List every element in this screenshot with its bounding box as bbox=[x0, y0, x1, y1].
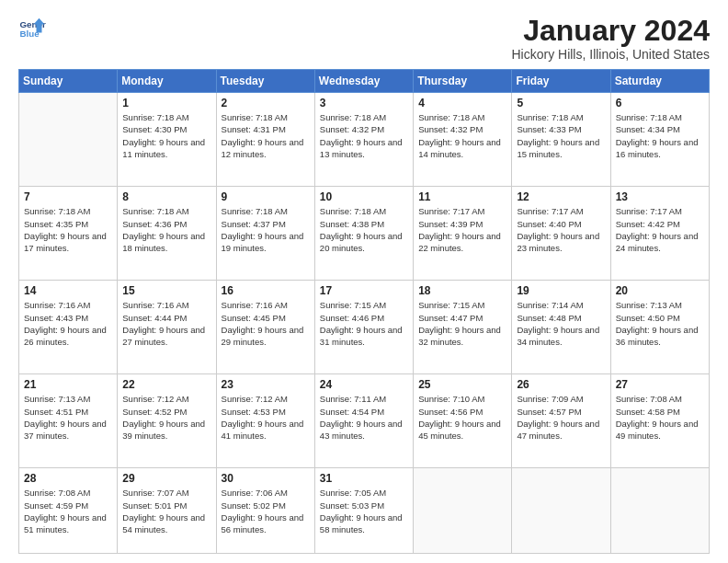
calendar-cell: 12Sunrise: 7:17 AM Sunset: 4:40 PM Dayli… bbox=[512, 187, 610, 281]
calendar-cell: 10Sunrise: 7:18 AM Sunset: 4:38 PM Dayli… bbox=[314, 187, 413, 281]
day-info: Sunrise: 7:18 AM Sunset: 4:35 PM Dayligh… bbox=[24, 205, 112, 254]
calendar-cell: 1Sunrise: 7:18 AM Sunset: 4:30 PM Daylig… bbox=[118, 93, 216, 187]
day-number: 13 bbox=[616, 190, 704, 203]
calendar-cell: 30Sunrise: 7:06 AM Sunset: 5:02 PM Dayli… bbox=[216, 468, 314, 554]
day-info: Sunrise: 7:16 AM Sunset: 4:43 PM Dayligh… bbox=[24, 299, 112, 348]
day-number: 2 bbox=[222, 97, 310, 109]
calendar-cell: 14Sunrise: 7:16 AM Sunset: 4:43 PM Dayli… bbox=[19, 281, 118, 374]
day-number: 12 bbox=[517, 190, 605, 203]
calendar-cell: 3Sunrise: 7:18 AM Sunset: 4:32 PM Daylig… bbox=[314, 93, 413, 187]
calendar-cell: 18Sunrise: 7:15 AM Sunset: 4:47 PM Dayli… bbox=[414, 281, 512, 374]
calendar-cell: 2Sunrise: 7:18 AM Sunset: 4:31 PM Daylig… bbox=[216, 93, 314, 187]
day-info: Sunrise: 7:18 AM Sunset: 4:32 PM Dayligh… bbox=[320, 111, 408, 160]
day-info: Sunrise: 7:08 AM Sunset: 4:59 PM Dayligh… bbox=[24, 487, 112, 535]
day-info: Sunrise: 7:17 AM Sunset: 4:39 PM Dayligh… bbox=[418, 205, 506, 254]
calendar-cell: 25Sunrise: 7:10 AM Sunset: 4:56 PM Dayli… bbox=[414, 374, 512, 468]
day-number: 21 bbox=[24, 378, 112, 391]
calendar-cell: 19Sunrise: 7:14 AM Sunset: 4:48 PM Dayli… bbox=[512, 281, 610, 374]
day-number: 7 bbox=[24, 190, 112, 203]
day-number: 23 bbox=[222, 378, 310, 391]
calendar-cell: 26Sunrise: 7:09 AM Sunset: 4:57 PM Dayli… bbox=[512, 374, 610, 468]
day-number: 22 bbox=[122, 378, 210, 391]
calendar-cell: 24Sunrise: 7:11 AM Sunset: 4:54 PM Dayli… bbox=[314, 374, 413, 468]
day-info: Sunrise: 7:18 AM Sunset: 4:32 PM Dayligh… bbox=[418, 111, 506, 160]
day-number: 5 bbox=[517, 97, 605, 109]
calendar-week-3: 21Sunrise: 7:13 AM Sunset: 4:51 PM Dayli… bbox=[19, 374, 710, 468]
day-number: 29 bbox=[122, 472, 210, 485]
day-number: 8 bbox=[122, 190, 210, 203]
day-number: 28 bbox=[24, 472, 112, 485]
calendar-week-1: 7Sunrise: 7:18 AM Sunset: 4:35 PM Daylig… bbox=[19, 187, 710, 281]
calendar-cell: 6Sunrise: 7:18 AM Sunset: 4:34 PM Daylig… bbox=[610, 93, 709, 187]
col-wednesday: Wednesday bbox=[314, 70, 413, 93]
header: General Blue January 2024 Hickory Hills,… bbox=[18, 15, 710, 62]
day-info: Sunrise: 7:13 AM Sunset: 4:51 PM Dayligh… bbox=[24, 393, 112, 442]
day-info: Sunrise: 7:18 AM Sunset: 4:34 PM Dayligh… bbox=[616, 111, 704, 160]
day-info: Sunrise: 7:10 AM Sunset: 4:56 PM Dayligh… bbox=[418, 393, 506, 442]
day-info: Sunrise: 7:18 AM Sunset: 4:33 PM Dayligh… bbox=[517, 111, 605, 160]
day-info: Sunrise: 7:18 AM Sunset: 4:31 PM Dayligh… bbox=[222, 111, 310, 160]
col-friday: Friday bbox=[512, 70, 610, 93]
calendar-cell: 20Sunrise: 7:13 AM Sunset: 4:50 PM Dayli… bbox=[610, 281, 709, 374]
title-location: Hickory Hills, Illinois, United States bbox=[511, 47, 710, 62]
day-info: Sunrise: 7:07 AM Sunset: 5:01 PM Dayligh… bbox=[122, 487, 210, 535]
day-number: 4 bbox=[418, 97, 506, 109]
calendar-cell: 13Sunrise: 7:17 AM Sunset: 4:42 PM Dayli… bbox=[610, 187, 709, 281]
day-info: Sunrise: 7:17 AM Sunset: 4:42 PM Dayligh… bbox=[616, 205, 704, 254]
calendar-cell: 11Sunrise: 7:17 AM Sunset: 4:39 PM Dayli… bbox=[414, 187, 512, 281]
day-info: Sunrise: 7:14 AM Sunset: 4:48 PM Dayligh… bbox=[517, 299, 605, 348]
page: General Blue January 2024 Hickory Hills,… bbox=[0, 0, 728, 563]
day-number: 3 bbox=[320, 97, 408, 109]
calendar-cell: 15Sunrise: 7:16 AM Sunset: 4:44 PM Dayli… bbox=[118, 281, 216, 374]
day-info: Sunrise: 7:18 AM Sunset: 4:37 PM Dayligh… bbox=[222, 205, 310, 254]
calendar-cell: 5Sunrise: 7:18 AM Sunset: 4:33 PM Daylig… bbox=[512, 93, 610, 187]
calendar-cell: 28Sunrise: 7:08 AM Sunset: 4:59 PM Dayli… bbox=[19, 468, 118, 554]
day-info: Sunrise: 7:15 AM Sunset: 4:47 PM Dayligh… bbox=[418, 299, 506, 348]
calendar-week-4: 28Sunrise: 7:08 AM Sunset: 4:59 PM Dayli… bbox=[19, 468, 710, 554]
day-info: Sunrise: 7:12 AM Sunset: 4:52 PM Dayligh… bbox=[122, 393, 210, 442]
day-number: 14 bbox=[24, 284, 112, 297]
day-number: 19 bbox=[517, 284, 605, 297]
day-number: 20 bbox=[616, 284, 704, 297]
day-number: 1 bbox=[122, 97, 210, 109]
calendar-week-2: 14Sunrise: 7:16 AM Sunset: 4:43 PM Dayli… bbox=[19, 281, 710, 374]
calendar-table: Sunday Monday Tuesday Wednesday Thursday… bbox=[18, 69, 710, 554]
calendar-cell: 22Sunrise: 7:12 AM Sunset: 4:52 PM Dayli… bbox=[118, 374, 216, 468]
calendar-cell: 8Sunrise: 7:18 AM Sunset: 4:36 PM Daylig… bbox=[118, 187, 216, 281]
day-number: 10 bbox=[320, 190, 408, 203]
calendar-cell: 17Sunrise: 7:15 AM Sunset: 4:46 PM Dayli… bbox=[314, 281, 413, 374]
day-info: Sunrise: 7:15 AM Sunset: 4:46 PM Dayligh… bbox=[320, 299, 408, 348]
day-info: Sunrise: 7:05 AM Sunset: 5:03 PM Dayligh… bbox=[320, 487, 408, 535]
day-number: 27 bbox=[616, 378, 704, 391]
col-thursday: Thursday bbox=[414, 70, 512, 93]
title-month: January 2024 bbox=[511, 15, 710, 47]
logo-icon: General Blue bbox=[18, 15, 46, 42]
calendar-header-row: Sunday Monday Tuesday Wednesday Thursday… bbox=[19, 70, 710, 93]
title-block: January 2024 Hickory Hills, Illinois, Un… bbox=[511, 15, 710, 62]
calendar-cell: 31Sunrise: 7:05 AM Sunset: 5:03 PM Dayli… bbox=[314, 468, 413, 554]
day-number: 25 bbox=[418, 378, 506, 391]
col-monday: Monday bbox=[118, 70, 216, 93]
calendar-cell: 7Sunrise: 7:18 AM Sunset: 4:35 PM Daylig… bbox=[19, 187, 118, 281]
day-info: Sunrise: 7:18 AM Sunset: 4:38 PM Dayligh… bbox=[320, 205, 408, 254]
day-info: Sunrise: 7:16 AM Sunset: 4:45 PM Dayligh… bbox=[222, 299, 310, 348]
calendar-cell bbox=[414, 468, 512, 554]
calendar-cell: 23Sunrise: 7:12 AM Sunset: 4:53 PM Dayli… bbox=[216, 374, 314, 468]
day-number: 31 bbox=[320, 472, 408, 485]
calendar-cell bbox=[512, 468, 610, 554]
day-info: Sunrise: 7:18 AM Sunset: 4:30 PM Dayligh… bbox=[122, 111, 210, 160]
day-info: Sunrise: 7:12 AM Sunset: 4:53 PM Dayligh… bbox=[222, 393, 310, 442]
day-number: 9 bbox=[222, 190, 310, 203]
day-info: Sunrise: 7:16 AM Sunset: 4:44 PM Dayligh… bbox=[122, 299, 210, 348]
calendar-cell bbox=[19, 93, 118, 187]
day-number: 24 bbox=[320, 378, 408, 391]
day-info: Sunrise: 7:11 AM Sunset: 4:54 PM Dayligh… bbox=[320, 393, 408, 442]
calendar-cell: 9Sunrise: 7:18 AM Sunset: 4:37 PM Daylig… bbox=[216, 187, 314, 281]
calendar-cell: 27Sunrise: 7:08 AM Sunset: 4:58 PM Dayli… bbox=[610, 374, 709, 468]
day-number: 30 bbox=[222, 472, 310, 485]
calendar-cell: 21Sunrise: 7:13 AM Sunset: 4:51 PM Dayli… bbox=[19, 374, 118, 468]
calendar-cell bbox=[610, 468, 709, 554]
day-info: Sunrise: 7:13 AM Sunset: 4:50 PM Dayligh… bbox=[616, 299, 704, 348]
day-info: Sunrise: 7:09 AM Sunset: 4:57 PM Dayligh… bbox=[517, 393, 605, 442]
calendar-cell: 29Sunrise: 7:07 AM Sunset: 5:01 PM Dayli… bbox=[118, 468, 216, 554]
